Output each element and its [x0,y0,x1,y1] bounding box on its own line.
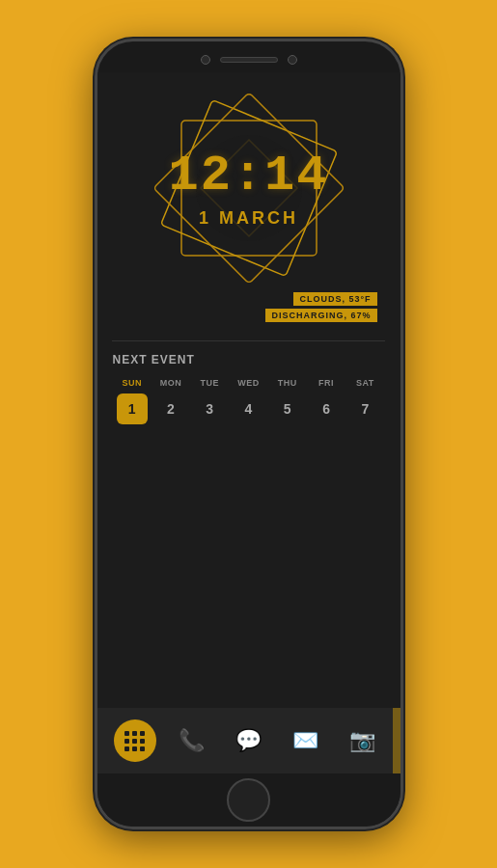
apps-grid-icon [124,731,145,751]
email-icon: ✉️ [292,728,318,753]
calendar-day-tue[interactable]: TUE3 [190,378,229,424]
apps-button[interactable] [114,719,156,762]
battery-badge: DISCHARGING, 67% [265,309,376,322]
day-number-label: 1 [117,393,148,424]
day-number-label: 5 [272,393,303,424]
clock-time: 12:14 [168,148,328,204]
next-event-section: NEXT EVENT SUN1MON2TUE3WED4THU5FRI6SAT7 [97,353,400,424]
messages-button[interactable]: 💬 [227,719,269,762]
day-number-label: 7 [349,393,380,424]
clock-display: 12:14 1 MARCH [168,148,328,229]
info-row: CLOUDS, 53°F DISCHARGING, 67% [97,292,400,325]
day-number-label: 3 [194,393,225,424]
next-event-label: NEXT EVENT [113,353,385,366]
day-name-label: MON [160,378,182,388]
front-camera [288,55,297,65]
camera-button[interactable]: 📷 [341,719,383,762]
calendar-day-sun[interactable]: SUN1 [113,378,152,424]
messages-icon: 💬 [235,728,262,753]
email-button[interactable]: ✉️ [284,719,326,762]
clock-date: 1 MARCH [199,208,298,229]
phone-button[interactable]: 📞 [171,719,213,762]
day-number-label: 2 [155,393,186,424]
day-name-label: SUN [122,378,142,388]
app-dock: 📞 💬 ✉️ 📷 [97,708,400,773]
power-button-top[interactable] [401,215,403,249]
power-button[interactable] [401,263,403,316]
weather-badge: CLOUDS, 53°F [293,292,376,306]
section-divider [112,340,385,341]
phone-body: 12:14 1 MARCH CLOUDS, 53°F DISCHARGING, … [95,39,403,829]
calendar-day-wed[interactable]: WED4 [229,378,267,424]
calendar-day-mon[interactable]: MON2 [152,378,190,424]
calendar-day-thu[interactable]: THU5 [268,378,307,424]
calendar-day-fri[interactable]: FRI6 [307,378,345,424]
calendar-week-row: SUN1MON2TUE3WED4THU5FRI6SAT7 [113,378,385,424]
camera-sensor [201,55,210,65]
phone-bottom-bezel [97,773,400,827]
day-name-label: TUE [200,378,219,388]
phone-screen: 12:14 1 MARCH CLOUDS, 53°F DISCHARGING, … [97,72,400,773]
clock-section: 12:14 1 MARCH [97,72,400,285]
day-number-label: 4 [233,393,263,424]
phone-top-bezel [97,41,400,72]
phone-icon: 📞 [179,728,205,753]
home-button[interactable] [227,778,270,822]
calendar-day-sat[interactable]: SAT7 [345,378,384,424]
day-name-label: FRI [318,378,334,388]
volume-button[interactable] [95,234,97,283]
camera-icon: 📷 [349,728,375,753]
day-name-label: THU [278,378,297,388]
day-name-label: SAT [356,378,374,388]
earpiece-speaker [220,57,278,63]
day-name-label: WED [237,378,260,388]
accent-strip [393,708,400,773]
day-number-label: 6 [311,393,342,424]
star-decoration: 12:14 1 MARCH [152,92,345,285]
